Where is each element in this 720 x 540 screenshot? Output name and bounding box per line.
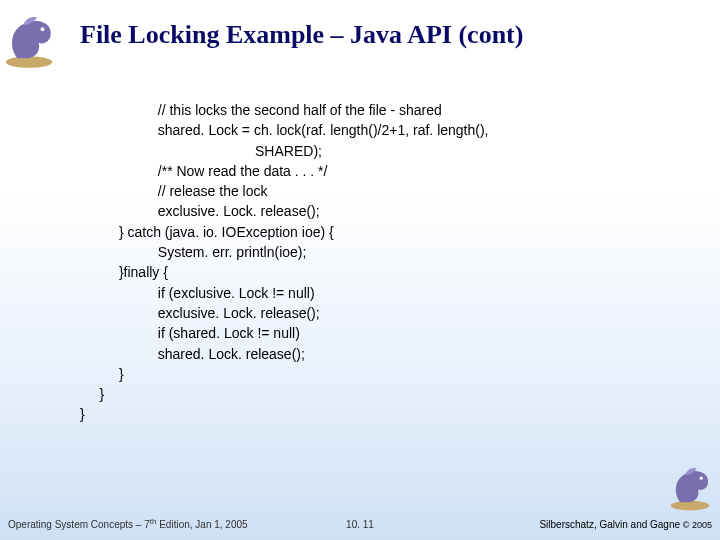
code-line: /** Now read the data . . . */ <box>80 163 327 179</box>
code-line: // release the lock <box>80 183 268 199</box>
code-line: } <box>80 386 104 402</box>
code-line: SHARED); <box>80 143 322 159</box>
code-line: if (exclusive. Lock != null) <box>80 285 315 301</box>
footer-authors: Silberschatz, Galvin and Gagne <box>539 519 682 530</box>
slide: File Locking Example – Java API (cont) /… <box>0 0 720 540</box>
footer-copyright: © 2005 <box>683 520 712 530</box>
code-line: System. err. println(ioe); <box>80 244 306 260</box>
dinosaur-image-top-left <box>0 0 58 70</box>
code-line: shared. Lock = ch. lock(raf. length()/2+… <box>80 122 489 138</box>
code-line: exclusive. Lock. release(); <box>80 305 320 321</box>
code-line: } <box>80 406 85 422</box>
code-line: } <box>80 366 124 382</box>
code-line: if (shared. Lock != null) <box>80 325 300 341</box>
svg-point-3 <box>700 477 703 480</box>
code-block: // this locks the second half of the fil… <box>80 100 680 425</box>
footer-right: Silberschatz, Galvin and Gagne © 2005 <box>539 519 712 530</box>
slide-title: File Locking Example – Java API (cont) <box>80 20 700 50</box>
code-line: }finally { <box>80 264 168 280</box>
svg-point-1 <box>41 27 45 31</box>
code-line: // this locks the second half of the fil… <box>80 102 442 118</box>
dinosaur-image-bottom-right <box>664 454 716 512</box>
code-line: shared. Lock. release(); <box>80 346 305 362</box>
footer: Operating System Concepts – 7th Edition,… <box>0 508 720 530</box>
code-line: } catch (java. io. IOException ioe) { <box>80 224 334 240</box>
code-line: exclusive. Lock. release(); <box>80 203 320 219</box>
